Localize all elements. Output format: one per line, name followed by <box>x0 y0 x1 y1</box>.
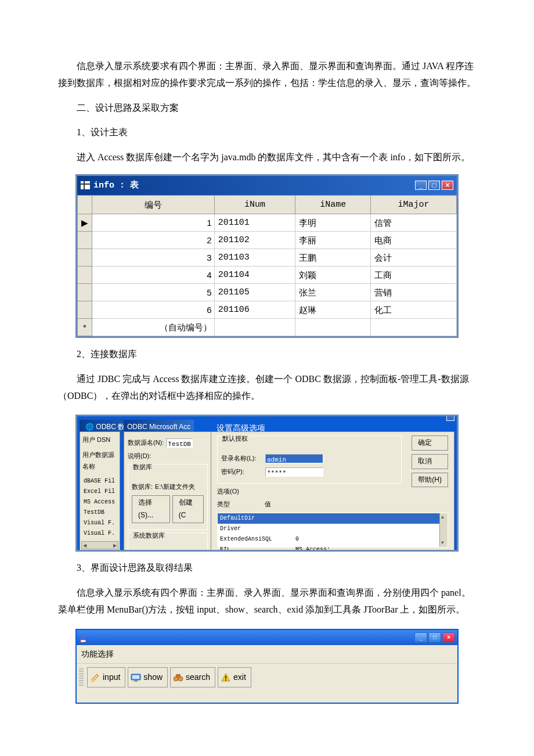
table-row[interactable]: 5201105张兰营销 <box>78 283 457 301</box>
paragraph-ui-design: 信息录入显示系统有四个界面：主界面、录入界面、显示界面和查询界面，分别使用四个 … <box>58 585 476 618</box>
cell-imajor[interactable]: 电商 <box>370 231 456 249</box>
option-row[interactable]: FILMS Access; <box>218 545 448 552</box>
swing-maximize-button[interactable]: □ <box>428 632 441 643</box>
dsn-list-item[interactable]: MS Access <box>82 497 117 507</box>
cell-iname[interactable]: 刘颖 <box>295 266 370 283</box>
svg-rect-6 <box>225 676 226 679</box>
table-new-row[interactable]: *（自动编号） <box>78 318 457 336</box>
password-label: 密码(P): <box>221 466 263 478</box>
dsn-list-item[interactable]: Visual F. <box>82 528 117 539</box>
toolbar-grip[interactable] <box>79 668 84 687</box>
search-button[interactable]: search <box>170 667 215 687</box>
user-dsn-tab[interactable]: 用户 DSN <box>82 434 117 446</box>
cell-iname[interactable]: 王鹏 <box>295 249 370 266</box>
table-row[interactable]: 2201102李丽电商 <box>78 231 457 249</box>
cell-iname[interactable]: 张兰 <box>295 283 370 301</box>
dsn-list-item[interactable]: Excel Fil <box>82 487 117 497</box>
info-table: 编号 iNum iName iMajor ▶1201101李明信管2201102… <box>77 195 457 336</box>
row-selector[interactable] <box>78 266 92 283</box>
dsn-name-input[interactable]: TestDB <box>166 438 193 448</box>
login-name-input[interactable]: admin <box>265 454 323 463</box>
minimize-button[interactable]: _ <box>415 181 427 190</box>
svg-rect-5 <box>176 674 181 678</box>
password-input[interactable]: ***** <box>265 467 323 477</box>
cell-iname[interactable]: 李丽 <box>295 231 370 249</box>
cell-id[interactable]: 2 <box>92 231 215 249</box>
vertical-scrollbar[interactable] <box>439 513 448 547</box>
cell-inum[interactable]: 201103 <box>214 249 295 266</box>
paragraph-design-table: 进入 Access 数据库创建一个名字为 java.mdb 的数据库文件，其中含… <box>58 149 476 166</box>
cell-id[interactable]: 4 <box>92 266 215 283</box>
heading-2-2: 2、连接数据库 <box>58 346 476 363</box>
create-db-button[interactable]: 创建(C <box>172 495 204 523</box>
dsn-list-item[interactable]: dBASE Fil <box>82 476 117 487</box>
swing-toolbar: input show search exit <box>77 664 457 691</box>
table-row[interactable]: 3201103王鹏会计 <box>78 249 457 266</box>
horizontal-scrollbar[interactable] <box>81 541 118 549</box>
table-row[interactable]: 4201104刘颖工商 <box>78 266 457 283</box>
close-button[interactable]: × <box>442 181 453 190</box>
cell-iname[interactable]: 李明 <box>295 214 370 231</box>
cell-iname[interactable]: 赵琳 <box>295 301 370 318</box>
options-list[interactable]: DefaultDirDriverExtendedAnsiSQL0FILMS Ac… <box>217 513 448 548</box>
col-header-iname[interactable]: iName <box>295 195 370 214</box>
swing-window: _ □ × 功能选择 input show search <box>75 629 459 704</box>
datasheet-icon <box>81 181 90 189</box>
table-row[interactable]: 6201106赵琳化工 <box>78 301 457 318</box>
swing-minimize-button[interactable]: _ <box>414 632 427 643</box>
row-selector[interactable] <box>78 231 92 249</box>
cell-inum[interactable]: 201105 <box>214 283 295 301</box>
row-selector[interactable]: ▶ <box>78 214 92 231</box>
dsn-list-item[interactable]: Visual F. <box>82 518 117 528</box>
exit-button[interactable]: exit <box>218 667 251 687</box>
select-db-button[interactable]: 选择(S)... <box>132 495 170 523</box>
row-selector[interactable] <box>78 249 92 266</box>
cell-empty[interactable] <box>214 318 295 336</box>
cell-id[interactable]: 6 <box>92 301 215 318</box>
cell-id[interactable]: 5 <box>92 283 215 301</box>
option-row[interactable]: Driver <box>218 524 448 534</box>
dsn-list-item[interactable]: TestDB <box>82 507 117 518</box>
search-button-label: search <box>186 670 210 685</box>
odbc-advanced-panel: 确定 取消 帮助(H) 默认授权 登录名称(L): admin 密码(P): *… <box>211 431 454 551</box>
help-button[interactable]: 帮助(H) <box>412 473 448 488</box>
show-button[interactable]: show <box>128 667 168 687</box>
col-header-id[interactable]: 编号 <box>92 195 215 214</box>
cell-imajor[interactable]: 化工 <box>370 301 456 318</box>
cell-autonumber[interactable]: （自动编号） <box>92 318 215 336</box>
cell-imajor[interactable]: 会计 <box>370 249 456 266</box>
access-window-title: info : 表 <box>93 178 139 193</box>
maximize-button[interactable]: □ <box>428 181 440 190</box>
dialog-icon <box>446 415 454 421</box>
cell-empty[interactable] <box>370 318 456 336</box>
type-header: 类型 <box>217 499 230 510</box>
dsn-list[interactable]: dBASE FilExcel FilMS AccessTestDBVisual … <box>82 476 117 539</box>
user-datasource-label: 用户数据源 <box>82 449 117 461</box>
value-header: 值 <box>265 499 271 510</box>
option-row[interactable]: ExtendedAnsiSQL0 <box>218 534 448 545</box>
col-header-inum[interactable]: iNum <box>214 195 295 214</box>
ok-button[interactable]: 确定 <box>412 435 448 451</box>
row-selector[interactable] <box>78 301 92 318</box>
cell-inum[interactable]: 201104 <box>214 266 295 283</box>
cell-id[interactable]: 1 <box>92 214 215 231</box>
swing-close-button[interactable]: × <box>442 632 455 643</box>
cell-imajor[interactable]: 营销 <box>370 283 456 301</box>
row-selector[interactable] <box>78 283 92 301</box>
new-row-selector[interactable]: * <box>78 318 92 336</box>
warning-icon <box>221 672 231 683</box>
cell-id[interactable]: 3 <box>92 249 215 266</box>
cancel-button[interactable]: 取消 <box>412 454 448 469</box>
menu-function-select[interactable]: 功能选择 <box>81 650 114 658</box>
col-header-imajor[interactable]: iMajor <box>370 195 456 214</box>
cell-imajor[interactable]: 信管 <box>370 214 456 231</box>
cell-inum[interactable]: 201101 <box>214 214 295 231</box>
option-row[interactable]: DefaultDir <box>218 513 448 524</box>
table-row[interactable]: ▶1201101李明信管 <box>78 214 457 231</box>
cell-inum[interactable]: 201106 <box>214 301 295 318</box>
cell-inum[interactable]: 201102 <box>214 231 295 249</box>
access-title-bar: info : 表 _ □ × <box>77 176 457 195</box>
cell-empty[interactable] <box>295 318 370 336</box>
input-button[interactable]: input <box>87 667 125 687</box>
cell-imajor[interactable]: 工商 <box>370 266 456 283</box>
